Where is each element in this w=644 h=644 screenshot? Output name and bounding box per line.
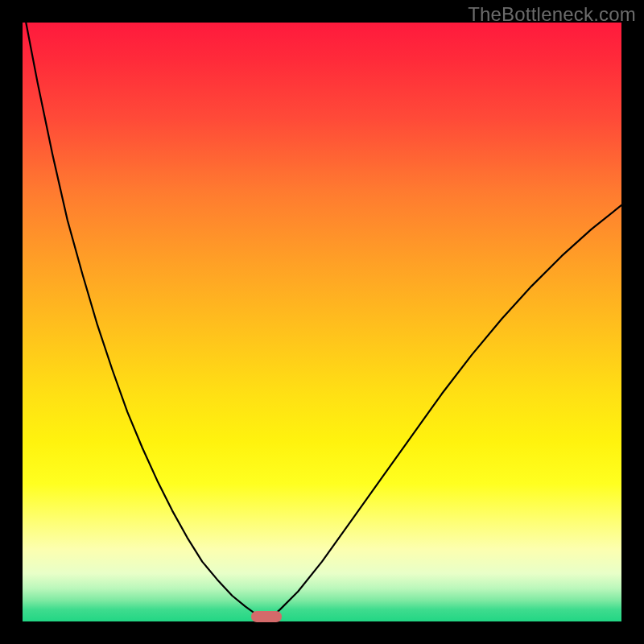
chart-plot-area — [23, 23, 621, 621]
optimal-marker — [251, 611, 282, 622]
bottleneck-curve — [23, 23, 621, 621]
curve-path — [23, 23, 621, 621]
chart-frame: TheBottleneck.com — [0, 0, 644, 644]
watermark-text: TheBottleneck.com — [468, 3, 636, 26]
